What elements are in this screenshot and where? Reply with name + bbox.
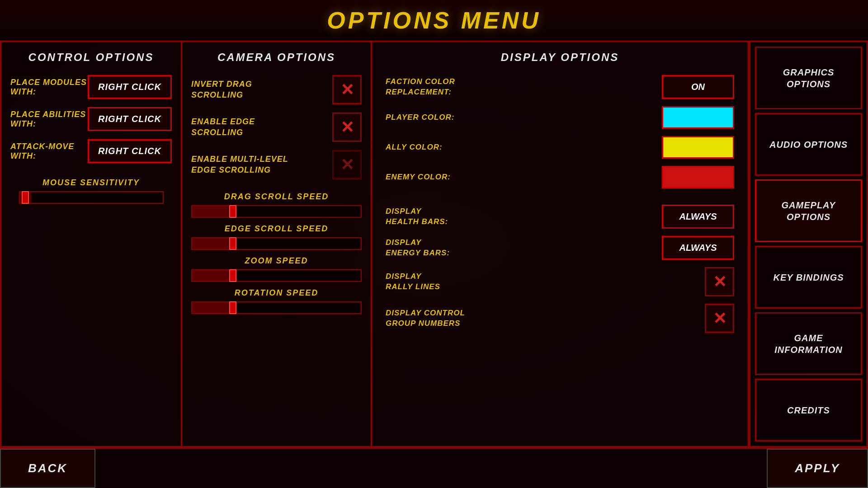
invert-drag-x-icon: ✕: [340, 82, 354, 98]
display-health-row: DisplayHealth Bars: Always: [386, 205, 734, 229]
header: Options Menu: [0, 0, 868, 42]
place-abilities-label: Place AbilitiesWith:: [10, 110, 88, 129]
enemy-color-label: Enemy Color:: [386, 172, 662, 182]
zoom-thumb[interactable]: [229, 269, 236, 282]
mouse-sensitivity-slider[interactable]: [19, 191, 164, 204]
ally-color-label: Ally Color:: [386, 142, 662, 152]
zoom-speed-label: Zoom Speed: [191, 256, 362, 266]
display-rally-checkbox[interactable]: ✕: [705, 267, 734, 296]
player-color-swatch[interactable]: [662, 106, 734, 129]
enable-edge-checkbox[interactable]: ✕: [332, 113, 362, 142]
rotation-thumb[interactable]: [229, 301, 236, 314]
rotation-speed-label: Rotation Speed: [191, 288, 362, 298]
ally-color-swatch[interactable]: [662, 136, 734, 159]
key-bindings-button[interactable]: Key Bindings: [755, 246, 862, 309]
player-color-label: Player Color:: [386, 113, 662, 122]
player-color-row: Player Color:: [386, 106, 734, 129]
faction-color-button[interactable]: On: [662, 75, 734, 99]
invert-drag-row: Invert DragScrolling ✕: [191, 75, 362, 104]
apply-button[interactable]: Apply: [767, 449, 868, 488]
main-content: Control Options Place ModulesWith: Right…: [0, 42, 868, 447]
display-options-panel: Display Options Faction ColorReplacement…: [372, 42, 749, 446]
display-health-label: DisplayHealth Bars:: [386, 206, 662, 226]
credits-button[interactable]: Credits: [755, 379, 862, 441]
edge-scroll-speed-label: Edge Scroll Speed: [191, 224, 362, 234]
graphics-options-button[interactable]: Graphics Options: [755, 47, 862, 109]
display-energy-label: DisplayEnergy Bars:: [386, 238, 662, 258]
enable-multi-checkbox[interactable]: ✕: [332, 150, 362, 179]
camera-options-title: Camera Options: [217, 51, 335, 64]
place-modules-button[interactable]: Right Click: [88, 75, 172, 99]
display-control-checkbox[interactable]: ✕: [705, 304, 734, 333]
enemy-color-row: Enemy Color:: [386, 166, 734, 188]
faction-color-label: Faction ColorReplacement:: [386, 77, 662, 97]
ally-color-row: Ally Color:: [386, 136, 734, 159]
attack-move-button[interactable]: Right Click: [88, 139, 172, 163]
display-rally-row: DisplayRally Lines ✕: [386, 267, 734, 296]
drag-scroll-speed-label: Drag Scroll Speed: [191, 192, 362, 202]
place-modules-label: Place ModulesWith:: [10, 78, 88, 97]
camera-options-panel: Camera Options Invert DragScrolling ✕ En…: [182, 42, 372, 446]
enable-edge-x-icon: ✕: [340, 119, 354, 136]
display-control-row: Display ControlGroup Numbers ✕: [386, 304, 734, 333]
enable-multi-row: Enable Multi-LevelEdge Scrolling ✕: [191, 150, 362, 179]
display-rally-label: DisplayRally Lines: [386, 272, 705, 291]
footer: Back Apply: [0, 447, 868, 488]
zoom-speed-slider[interactable]: [191, 269, 362, 282]
invert-drag-checkbox[interactable]: ✕: [332, 75, 362, 104]
edge-scroll-thumb[interactable]: [229, 237, 236, 250]
camera-sliders: Drag Scroll Speed Edge Scroll Speed Zoom…: [191, 192, 362, 320]
enable-multi-label: Enable Multi-LevelEdge Scrolling: [191, 154, 332, 175]
edge-scroll-speed-slider[interactable]: [191, 237, 362, 250]
rotation-speed-slider[interactable]: [191, 301, 362, 314]
display-rally-x-icon: ✕: [713, 274, 726, 290]
display-health-button[interactable]: Always: [662, 205, 734, 229]
back-button[interactable]: Back: [0, 449, 95, 488]
drag-scroll-speed-slider[interactable]: [191, 205, 362, 218]
place-abilities-row: Place AbilitiesWith: Right Click: [10, 107, 172, 131]
enable-multi-x-icon: ✕: [340, 157, 354, 173]
place-modules-row: Place ModulesWith: Right Click: [10, 75, 172, 99]
gameplay-options-button[interactable]: Gameplay Options: [755, 179, 862, 242]
page-title: Options Menu: [0, 7, 868, 34]
faction-color-row: Faction ColorReplacement: On: [386, 75, 734, 99]
mouse-sensitivity-label: Mouse Sensitivity: [10, 178, 172, 188]
attack-move-row: Attack-MoveWith: Right Click: [10, 139, 172, 163]
audio-options-button[interactable]: Audio Options: [755, 113, 862, 176]
control-options-title: Control Options: [28, 51, 154, 64]
mouse-sensitivity-thumb[interactable]: [22, 191, 29, 204]
enemy-color-swatch[interactable]: [662, 166, 734, 188]
place-abilities-button[interactable]: Right Click: [88, 107, 172, 131]
display-energy-button[interactable]: Always: [662, 236, 734, 260]
display-control-label: Display ControlGroup Numbers: [386, 308, 705, 328]
mouse-sensitivity-section: Mouse Sensitivity: [10, 178, 172, 204]
display-energy-row: DisplayEnergy Bars: Always: [386, 236, 734, 260]
game-information-button[interactable]: Game Information: [755, 312, 862, 375]
display-control-x-icon: ✕: [713, 310, 726, 327]
attack-move-label: Attack-MoveWith:: [10, 142, 88, 161]
control-options-panel: Control Options Place ModulesWith: Right…: [1, 42, 182, 446]
invert-drag-label: Invert DragScrolling: [191, 79, 332, 100]
drag-scroll-thumb[interactable]: [229, 205, 236, 218]
enable-edge-row: Enable EdgeScrolling ✕: [191, 113, 362, 142]
enable-edge-label: Enable EdgeScrolling: [191, 117, 332, 138]
display-options-title: Display Options: [501, 51, 619, 64]
right-sidebar: Graphics Options Audio Options Gameplay …: [749, 42, 867, 446]
